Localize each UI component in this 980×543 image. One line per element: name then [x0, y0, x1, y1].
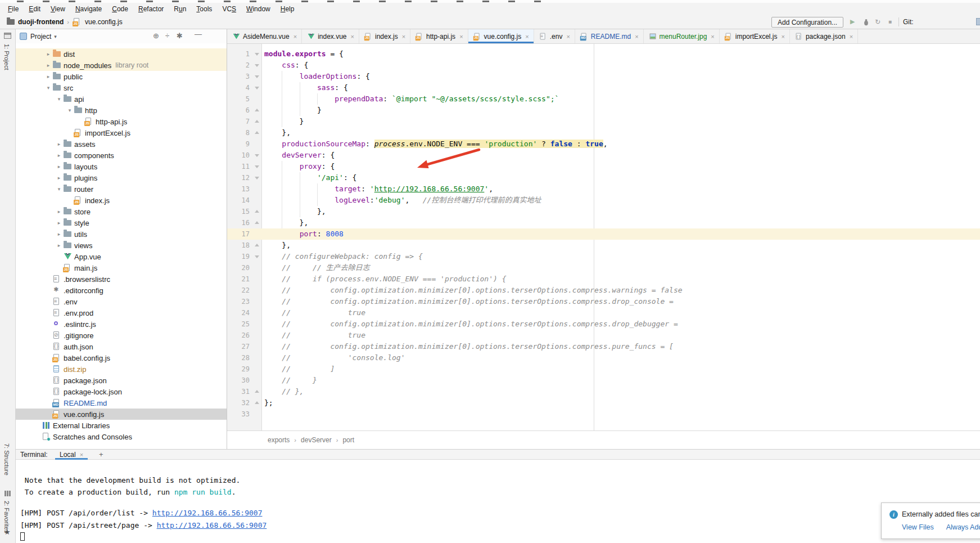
code-line-1[interactable]: 1module.exports = { — [227, 48, 980, 60]
chevron-down-icon[interactable]: ▾ — [66, 107, 74, 113]
chevron-down-icon[interactable]: ▾ — [55, 96, 63, 102]
tree-item-router[interactable]: ▾router — [16, 183, 227, 195]
tree-item-http[interactable]: ▾http — [16, 105, 227, 116]
tab-vue-config-js[interactable]: JSvue.config.js× — [468, 29, 534, 43]
fold-marker[interactable] — [252, 206, 262, 217]
menu-navigate[interactable]: Navigate — [70, 3, 107, 15]
fold-marker[interactable] — [252, 150, 262, 161]
code-line-31[interactable]: 31 // }, — [227, 386, 980, 397]
close-icon[interactable]: × — [80, 451, 83, 458]
collapse-all-icon[interactable]: ÷ — [165, 32, 169, 40]
notification-action-view-files[interactable]: View Files — [902, 523, 934, 531]
tree-item-dist-zip[interactable]: dist.zip — [16, 364, 227, 375]
fold-marker[interactable] — [252, 116, 262, 127]
tree-item-index-js[interactable]: JSindex.js — [16, 195, 227, 206]
editor-breadcrumb-devserver[interactable]: devServer — [301, 436, 332, 444]
fold-marker[interactable] — [252, 82, 262, 93]
tree-item-browserslistrc[interactable]: ≡.browserslistrc — [16, 273, 227, 285]
close-icon[interactable]: × — [525, 33, 529, 40]
tree-item-src[interactable]: ▾src — [16, 82, 227, 93]
code-line-26[interactable]: 26 // true — [227, 330, 980, 341]
stop-icon[interactable]: ■ — [888, 19, 892, 25]
menu-edit[interactable]: Edit — [24, 3, 46, 15]
code-line-6[interactable]: 6 } — [227, 105, 980, 116]
code-line-33[interactable]: 33 — [227, 409, 980, 420]
code-line-5[interactable]: 5 prependData: `@import "~@/assets/scss/… — [227, 93, 980, 105]
tab-asidemenu-vue[interactable]: AsideMenu.vue× — [227, 29, 302, 43]
tree-item-env-prod[interactable]: ≡.env.prod — [16, 307, 227, 318]
code-line-15[interactable]: 15 }, — [227, 206, 980, 217]
fold-marker[interactable] — [252, 48, 262, 60]
stripe-structure-button[interactable]: 7: Structure — [3, 443, 10, 475]
code-line-28[interactable]: 28 // 'console.log' — [227, 352, 980, 364]
tab-package-json[interactable]: { }package.json× — [790, 29, 858, 43]
code-line-10[interactable]: 10 devServer: { — [227, 150, 980, 161]
tree-item-editorconfig[interactable]: ✱.editorconfig — [16, 285, 227, 296]
tree-item-http-api-js[interactable]: JShttp-api.js — [16, 116, 227, 127]
fold-marker[interactable] — [252, 386, 262, 397]
close-icon[interactable]: × — [351, 33, 354, 40]
code-line-18[interactable]: 18 }, — [227, 240, 980, 251]
fold-marker[interactable] — [252, 217, 262, 228]
editor-breadcrumb-port[interactable]: port — [342, 436, 354, 444]
chevron-right-icon[interactable]: ▸ — [55, 164, 63, 169]
chevron-right-icon[interactable]: ▸ — [55, 152, 63, 158]
hide-panel-icon[interactable]: — — [195, 30, 202, 38]
tree-item-readme-md[interactable]: MDREADME.md — [16, 397, 227, 409]
tree-item-public[interactable]: ▸public — [16, 71, 227, 82]
close-icon[interactable]: × — [402, 33, 405, 40]
code-line-11[interactable]: 11 proxy: { — [227, 161, 980, 172]
tree-item-api[interactable]: ▾api — [16, 93, 227, 105]
tree-item-views[interactable]: ▸views — [16, 240, 227, 251]
tool-window-icon[interactable] — [4, 33, 11, 39]
tree-item-external-libraries[interactable]: External Libraries — [16, 420, 227, 431]
tree-item-env[interactable]: ≡.env — [16, 296, 227, 307]
tree-item-store[interactable]: ▸store — [16, 206, 227, 217]
tree-item-package-lock-json[interactable]: { }package-lock.json — [16, 386, 227, 397]
menu-file[interactable]: File — [3, 3, 24, 15]
star-icon[interactable]: ★ — [4, 528, 11, 536]
code-line-23[interactable]: 23 // config.optimization.minimizer[0].o… — [227, 296, 980, 307]
chevron-right-icon[interactable]: ▸ — [44, 74, 52, 79]
tree-item-auth-json[interactable]: { }auth.json — [16, 341, 227, 352]
new-terminal-icon[interactable]: + — [99, 450, 103, 459]
gear-icon[interactable]: ✱ — [177, 32, 183, 40]
fold-marker[interactable] — [252, 71, 262, 82]
fold-marker[interactable] — [252, 161, 262, 172]
project-panel-title[interactable]: Project — [30, 33, 51, 41]
code-line-25[interactable]: 25 // config.optimization.minimizer[0].o… — [227, 318, 980, 330]
code-line-12[interactable]: 12 '/api': { — [227, 172, 980, 183]
code-line-2[interactable]: 2 css: { — [227, 60, 980, 71]
tree-item-main-js[interactable]: JSmain.js — [16, 262, 227, 273]
tree-item-gitignore[interactable]: ⊘.gitignore — [16, 330, 227, 341]
tree-item-components[interactable]: ▸components — [16, 150, 227, 161]
git-label[interactable]: Git: — [903, 18, 914, 26]
breadcrumb-file[interactable]: vue.config.js — [85, 18, 123, 26]
code-line-3[interactable]: 3 loaderOptions: { — [227, 71, 980, 82]
code-line-22[interactable]: 22 // config.optimization.minimizer[0].o… — [227, 285, 980, 296]
menu-tools[interactable]: Tools — [191, 3, 217, 15]
terminal-link[interactable]: http://192.168.66.56:9007 — [157, 521, 267, 529]
profile-icon[interactable]: ↻ — [875, 18, 880, 26]
code-line-4[interactable]: 4 sass: { — [227, 82, 980, 93]
tree-item-assets[interactable]: ▸assets — [16, 138, 227, 150]
run-icon[interactable]: ▶ — [850, 18, 855, 25]
editor-breadcrumb-exports[interactable]: exports — [268, 436, 290, 444]
terminal-tab-local[interactable]: Local × — [55, 450, 88, 460]
tab-index-vue[interactable]: index.vue× — [302, 29, 359, 43]
tree-item-layouts[interactable]: ▸layouts — [16, 161, 227, 172]
close-icon[interactable]: × — [293, 33, 297, 40]
close-icon[interactable]: × — [459, 33, 463, 40]
fold-marker[interactable] — [252, 127, 262, 138]
tree-item-style[interactable]: ▸style — [16, 217, 227, 228]
fold-marker[interactable] — [252, 240, 262, 251]
favorites-icon[interactable] — [4, 491, 11, 496]
fold-marker[interactable] — [252, 105, 262, 116]
menu-vcs[interactable]: VCS — [217, 3, 241, 15]
chevron-right-icon[interactable]: ▸ — [55, 231, 63, 237]
close-icon[interactable]: × — [711, 33, 714, 40]
code-line-8[interactable]: 8 }, — [227, 127, 980, 138]
menu-help[interactable]: Help — [276, 3, 300, 15]
tree-item-node-modules[interactable]: ▸node_moduleslibrary root — [16, 60, 227, 71]
code-area[interactable]: 1module.exports = {2 css: {3 loaderOptio… — [227, 44, 980, 430]
